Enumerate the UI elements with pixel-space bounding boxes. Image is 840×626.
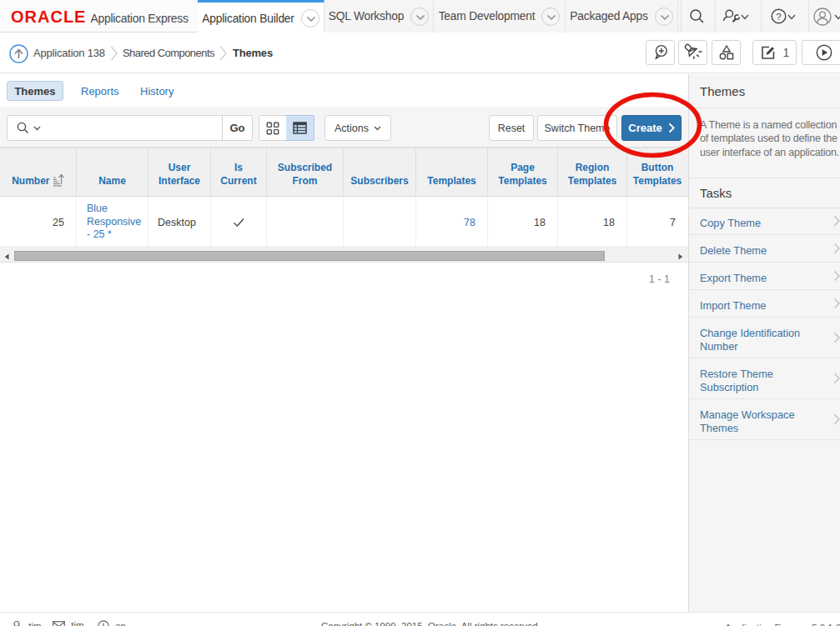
svg-text:?: ? bbox=[776, 12, 781, 22]
